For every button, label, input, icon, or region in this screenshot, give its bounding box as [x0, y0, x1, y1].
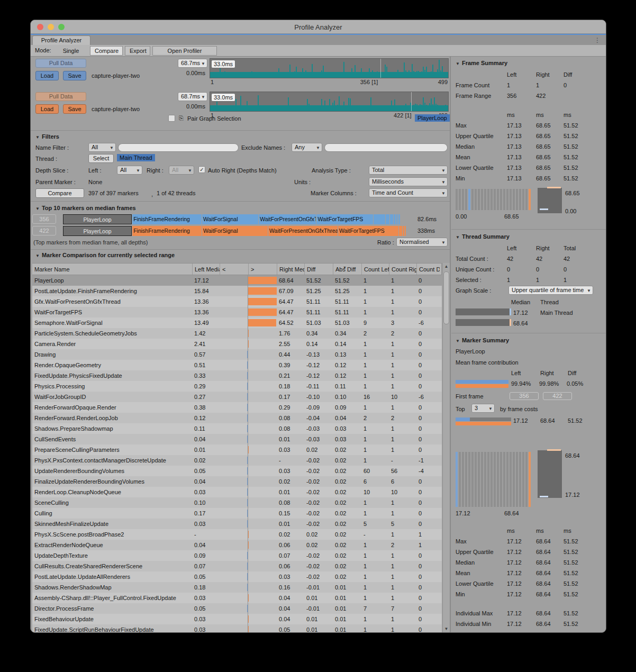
- column-header--[interactable]: >: [248, 264, 277, 275]
- first-frame-left-button[interactable]: 356: [510, 392, 539, 400]
- top10-segment[interactable]: WaitForTargetFPS: [316, 214, 372, 224]
- frame-time-graph-right[interactable]: 33.0ms: [210, 92, 449, 112]
- table-row[interactable]: Drawing0.570.44-0.130.13110: [32, 349, 442, 360]
- panel-splitter[interactable]: [450, 57, 451, 632]
- table-row[interactable]: CullResults.CreateSharedRendererScene0.0…: [32, 561, 442, 571]
- auto-right-checkbox[interactable]: ✓: [198, 166, 205, 173]
- table-row[interactable]: Shadows.RenderShadowMap0.180.16-0.010.01…: [32, 582, 442, 593]
- top10-segment[interactable]: [396, 214, 397, 224]
- table-row[interactable]: PrepareSceneCullingParameters0.010.030.0…: [32, 444, 442, 455]
- table-row[interactable]: SkinnedMeshFinalizeUpdate0.030.01-0.020.…: [32, 519, 442, 529]
- marker-summary-header[interactable]: ▼Marker Summary: [456, 337, 509, 343]
- top10-segment[interactable]: WaitForPresentOnGfxThread: [259, 214, 316, 224]
- units-dropdown[interactable]: Milliseconds▼: [369, 177, 448, 186]
- top10-segment[interactable]: WaitForSignal: [202, 214, 258, 224]
- column-header-diff[interactable]: Diff: [304, 264, 333, 275]
- thread-value-chip[interactable]: Main Thread: [117, 154, 155, 161]
- column-header-abs-diff[interactable]: Abs Diff▼: [333, 264, 361, 275]
- table-row[interactable]: SceneCulling0.100.08-0.020.02110: [32, 497, 442, 508]
- table-row[interactable]: CullSendEvents0.040.01-0.030.03110: [32, 434, 442, 444]
- save-left-button[interactable]: Save: [63, 71, 86, 80]
- mode-compare-button[interactable]: Compare: [90, 46, 123, 56]
- range-max-right-dropdown[interactable]: 68.7ms▼: [178, 92, 207, 101]
- scroll-down-icon[interactable]: ▼: [443, 626, 450, 631]
- table-row[interactable]: Gfx.WaitForPresentOnGfxThread13.3664.475…: [32, 296, 442, 307]
- table-row[interactable]: WaitForTargetFPS13.3664.4751.1151.11110: [32, 307, 442, 317]
- table-row[interactable]: FixedUpdate.PhysicsFixedUpdate0.330.21-0…: [32, 370, 442, 381]
- tab-profile-analyzer[interactable]: Profile Analyzer: [32, 35, 90, 45]
- thread-select-button[interactable]: Select: [88, 154, 114, 163]
- table-row[interactable]: UpdateDepthTexture0.090.07-0.020.02110: [32, 550, 442, 561]
- range-max-left-dropdown[interactable]: 68.7ms▼: [178, 59, 207, 68]
- name-filter-mode-dropdown[interactable]: All▼: [88, 143, 116, 152]
- frame-summary-header[interactable]: ▼Frame Summary: [456, 60, 507, 66]
- top10-segment[interactable]: [405, 226, 406, 236]
- column-header-count-left[interactable]: Count Left: [361, 264, 389, 275]
- table-row[interactable]: RenderForward.RenderLoopJob0.120.08-0.04…: [32, 413, 442, 423]
- table-row[interactable]: RenderLoop.CleanupNodeQueue0.030.01-0.02…: [32, 487, 442, 497]
- top10-segment[interactable]: WaitForSignal: [202, 226, 268, 236]
- save-right-button[interactable]: Save: [63, 104, 86, 114]
- top10-segment[interactable]: [399, 214, 400, 224]
- column-header-marker-name[interactable]: Marker Name: [32, 264, 192, 275]
- top10-segment[interactable]: WaitForTargetFPS: [338, 226, 398, 236]
- frame-time-graph-left[interactable]: 33.0ms: [210, 58, 449, 78]
- table-row[interactable]: Assembly-CSharp.dll!::Player_FullControl…: [32, 593, 442, 603]
- table-row[interactable]: Camera.Render2.412.550.140.14110: [32, 339, 442, 349]
- top10-segment[interactable]: [403, 226, 404, 236]
- frame-index-button[interactable]: 356: [32, 214, 56, 224]
- frame-index-button[interactable]: 422: [32, 226, 56, 235]
- top10-segment[interactable]: PlayerLoop: [63, 214, 132, 224]
- top10-segment[interactable]: [374, 214, 385, 224]
- first-frame-right-button[interactable]: 422: [543, 392, 572, 400]
- column-header--[interactable]: <: [220, 264, 248, 275]
- table-row[interactable]: Render.OpaqueGeometry0.510.39-0.120.1211…: [32, 360, 442, 370]
- table-row[interactable]: FixedUpdate.ScriptRunBehaviourFixedUpdat…: [32, 624, 442, 632]
- top10-segment[interactable]: PlayerLoop: [63, 226, 132, 236]
- scrollbar-thumb[interactable]: [443, 271, 449, 324]
- export-button[interactable]: Export: [125, 46, 150, 56]
- top10-segment[interactable]: [390, 214, 393, 224]
- column-header-count-right[interactable]: Count Right: [389, 264, 416, 275]
- table-row[interactable]: Director.ProcessFrame0.050.04-0.010.0177…: [32, 603, 442, 614]
- table-row[interactable]: Shadows.PrepareShadowmap0.110.08-0.030.0…: [32, 423, 442, 434]
- analysis-type-dropdown[interactable]: Total▼: [369, 166, 448, 175]
- top10-segment[interactable]: FinishFrameRendering: [132, 214, 202, 224]
- table-row[interactable]: ParticleSystem.ScheduleGeometryJobs1.421…: [32, 328, 442, 339]
- table-row[interactable]: PhysX.PxsContext.contactManagerDiscreteU…: [32, 455, 442, 466]
- pull-data-left-button[interactable]: Pull Data: [35, 59, 86, 68]
- filters-header[interactable]: ▼Filters: [35, 133, 59, 140]
- top10-header[interactable]: ▼Top 10 markers on median frames: [35, 205, 136, 211]
- table-row[interactable]: WaitForJobGroupID0.270.17-0.100.101610-6: [32, 392, 442, 402]
- table-row[interactable]: PhysX.ScScene.postBroadPhase2-0.020.020.…: [32, 529, 442, 540]
- table-row[interactable]: Culling0.170.15-0.020.02110: [32, 508, 442, 519]
- exclude-names-input[interactable]: [324, 143, 448, 152]
- exclude-mode-dropdown[interactable]: Any▼: [292, 143, 322, 152]
- top10-segment[interactable]: [397, 214, 398, 224]
- top10-segment[interactable]: FinishFrameRendering: [132, 226, 202, 236]
- mode-single-button[interactable]: Single: [55, 46, 87, 56]
- ratio-dropdown[interactable]: Normalised▼: [396, 238, 448, 247]
- table-row[interactable]: UpdateRendererBoundingVolumes0.050.03-0.…: [32, 466, 442, 476]
- column-header-count-diff[interactable]: Count Diff: [416, 264, 440, 275]
- table-row[interactable]: Semaphore.WaitForSignal13.4964.5251.0351…: [32, 317, 442, 328]
- tab-menu-icon[interactable]: ⋮: [594, 36, 601, 44]
- depth-left-dropdown[interactable]: All▼: [117, 166, 142, 175]
- pair-graph-selection-checkbox[interactable]: [168, 115, 175, 122]
- name-filter-input[interactable]: [118, 143, 239, 152]
- compare-button[interactable]: Compare: [35, 188, 84, 198]
- table-row[interactable]: Physics.Processing0.290.18-0.110.11110: [32, 381, 442, 392]
- column-header-left-median[interactable]: Left Median: [192, 264, 220, 275]
- table-scrollbar[interactable]: ▲ ▼: [442, 263, 450, 632]
- table-row[interactable]: FixedBehaviourUpdate0.030.040.010.01110: [32, 614, 442, 624]
- top10-segment[interactable]: WaitForPresentOnGfxThread: [268, 226, 338, 236]
- table-row[interactable]: PostLateUpdate.FinishFrameRendering15.84…: [32, 286, 442, 296]
- column-header-right-median[interactable]: Right Median: [277, 264, 304, 275]
- selected-marker-chip[interactable]: PlayerLoop: [415, 114, 450, 122]
- top-count-dropdown[interactable]: 3▼: [471, 404, 495, 413]
- load-right-button[interactable]: Load: [35, 104, 59, 114]
- graph-scale-dropdown[interactable]: Upper quartile of frame time▼: [508, 286, 593, 295]
- table-row[interactable]: RenderForwardOpaque.Render0.380.29-0.090…: [32, 402, 442, 413]
- marker-comparison-header[interactable]: ▼Marker Comparison for currently selecte…: [35, 252, 175, 258]
- scroll-up-icon[interactable]: ▲: [443, 264, 450, 269]
